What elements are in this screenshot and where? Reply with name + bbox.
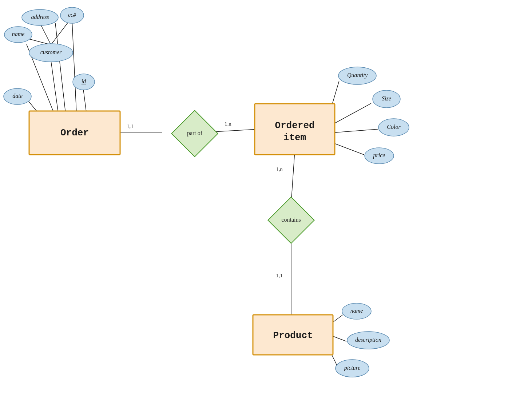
line-oi-color bbox=[330, 129, 378, 133]
line-customer-address bbox=[40, 23, 51, 45]
attr-prod-name-label: name bbox=[350, 308, 363, 314]
cardinality-order-partof: 1,1 bbox=[127, 123, 134, 129]
entity-ordered-item-label2: item bbox=[283, 132, 306, 143]
er-diagram: 1,1 1,n 1,n 1,1 Order Ordered item Produ… bbox=[0, 0, 516, 420]
cardinality-ordereditem-contains: 1,n bbox=[276, 166, 283, 172]
relation-partof-label: part of bbox=[187, 130, 203, 136]
attr-color-label: Color bbox=[387, 124, 401, 130]
attr-prod-picture-label: picture bbox=[344, 365, 361, 371]
line-oi-size bbox=[330, 103, 371, 126]
line-order-customer bbox=[51, 61, 58, 113]
attr-customer-label: customer bbox=[40, 49, 62, 55]
entity-order-label: Order bbox=[60, 127, 89, 138]
relation-contains: contains bbox=[268, 197, 314, 243]
attr-address-label: address bbox=[31, 14, 49, 20]
attr-prod-desc-label: description bbox=[355, 337, 381, 343]
attr-size-label: Size bbox=[382, 95, 391, 102]
entity-product-label: Product bbox=[273, 330, 313, 341]
attr-price-label: price bbox=[373, 152, 385, 159]
line-oi-price bbox=[330, 142, 364, 155]
entity-ordered-item-label1: Ordered bbox=[275, 120, 314, 131]
attr-name-label: name bbox=[12, 31, 25, 37]
relation-partof: part of bbox=[171, 110, 218, 156]
line-ordereditem-contains bbox=[291, 151, 295, 204]
line-customer-cc bbox=[51, 20, 70, 45]
line-order-cc bbox=[72, 21, 76, 113]
cardinality-partof-ordereditem: 1,n bbox=[225, 121, 231, 127]
attr-date-label: date bbox=[12, 93, 23, 99]
attr-id-label: id bbox=[82, 78, 86, 84]
attr-quantity-label: Quantity bbox=[347, 72, 368, 79]
cardinality-contains-product: 1,1 bbox=[276, 273, 283, 278]
attr-cc-label: cc# bbox=[68, 12, 76, 18]
relation-contains-label: contains bbox=[281, 217, 301, 223]
